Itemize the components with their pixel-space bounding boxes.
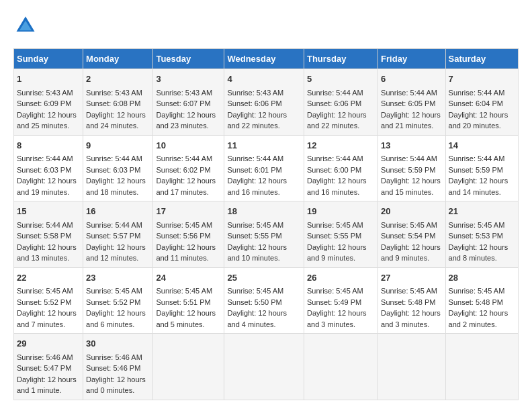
week-row-3: 15Sunrise: 5:44 AMSunset: 5:58 PMDayligh… (14, 201, 519, 268)
day-info: Sunrise: 5:45 AMSunset: 5:55 PMDaylight:… (307, 221, 367, 263)
logo-icon (13, 13, 38, 38)
day-info: Sunrise: 5:43 AMSunset: 6:09 PMDaylight:… (17, 89, 77, 130)
day-cell-15: 15Sunrise: 5:44 AMSunset: 5:58 PMDayligh… (14, 201, 83, 268)
day-cell-26: 26Sunrise: 5:45 AMSunset: 5:49 PMDayligh… (304, 267, 378, 334)
day-info: Sunrise: 5:45 AMSunset: 5:52 PMDaylight:… (86, 287, 146, 328)
day-info: Sunrise: 5:46 AMSunset: 5:47 PMDaylight:… (17, 353, 77, 395)
day-info: Sunrise: 5:44 AMSunset: 6:06 PMDaylight:… (307, 89, 367, 130)
day-info: Sunrise: 5:43 AMSunset: 6:07 PMDaylight:… (156, 89, 216, 130)
day-cell-23: 23Sunrise: 5:45 AMSunset: 5:52 PMDayligh… (83, 267, 153, 334)
day-cell-24: 24Sunrise: 5:45 AMSunset: 5:51 PMDayligh… (153, 267, 224, 334)
day-cell-17: 17Sunrise: 5:45 AMSunset: 5:56 PMDayligh… (153, 201, 224, 268)
day-info: Sunrise: 5:44 AMSunset: 5:57 PMDaylight:… (86, 221, 146, 263)
day-info: Sunrise: 5:45 AMSunset: 5:49 PMDaylight:… (307, 287, 367, 328)
day-info: Sunrise: 5:45 AMSunset: 5:54 PMDaylight:… (381, 221, 441, 263)
day-number: 26 (307, 271, 375, 285)
empty-cell (224, 334, 304, 400)
day-info: Sunrise: 5:44 AMSunset: 6:00 PMDaylight:… (307, 154, 367, 196)
day-number: 6 (381, 73, 442, 86)
header-wednesday: Wednesday (224, 49, 304, 69)
day-cell-7: 7Sunrise: 5:44 AMSunset: 6:04 PMDaylight… (445, 69, 518, 136)
header-monday: Monday (83, 49, 153, 69)
day-cell-29: 29Sunrise: 5:46 AMSunset: 5:47 PMDayligh… (14, 334, 83, 400)
day-info: Sunrise: 5:44 AMSunset: 6:01 PMDaylight:… (227, 154, 287, 196)
day-number: 4 (227, 73, 301, 86)
day-number: 22 (17, 271, 80, 285)
day-cell-6: 6Sunrise: 5:44 AMSunset: 6:05 PMDaylight… (378, 69, 445, 136)
empty-cell (153, 334, 224, 400)
day-info: Sunrise: 5:45 AMSunset: 5:48 PMDaylight:… (449, 287, 508, 328)
day-info: Sunrise: 5:44 AMSunset: 6:04 PMDaylight:… (449, 89, 508, 130)
day-cell-12: 12Sunrise: 5:44 AMSunset: 6:00 PMDayligh… (304, 135, 378, 201)
day-info: Sunrise: 5:45 AMSunset: 5:55 PMDaylight:… (227, 221, 287, 263)
calendar-table: SundayMondayTuesdayWednesdayThursdayFrid… (13, 48, 519, 400)
day-cell-28: 28Sunrise: 5:45 AMSunset: 5:48 PMDayligh… (445, 267, 518, 334)
week-row-4: 22Sunrise: 5:45 AMSunset: 5:52 PMDayligh… (14, 267, 519, 334)
day-number: 12 (307, 139, 375, 152)
day-info: Sunrise: 5:43 AMSunset: 6:06 PMDaylight:… (227, 89, 287, 130)
day-info: Sunrise: 5:44 AMSunset: 5:59 PMDaylight:… (381, 154, 441, 196)
page-header (13, 13, 519, 38)
day-number: 14 (449, 139, 515, 152)
day-number: 15 (17, 205, 80, 218)
day-number: 24 (156, 271, 221, 285)
day-number: 17 (156, 205, 221, 218)
day-cell-1: 1Sunrise: 5:43 AMSunset: 6:09 PMDaylight… (14, 69, 83, 136)
day-number: 3 (156, 73, 221, 86)
day-cell-25: 25Sunrise: 5:45 AMSunset: 5:50 PMDayligh… (224, 267, 304, 334)
day-number: 25 (227, 271, 301, 285)
day-number: 7 (449, 73, 515, 86)
day-cell-11: 11Sunrise: 5:44 AMSunset: 6:01 PMDayligh… (224, 135, 304, 201)
day-cell-5: 5Sunrise: 5:44 AMSunset: 6:06 PMDaylight… (304, 69, 378, 136)
day-info: Sunrise: 5:44 AMSunset: 6:03 PMDaylight:… (17, 154, 77, 196)
day-cell-20: 20Sunrise: 5:45 AMSunset: 5:54 PMDayligh… (378, 201, 445, 268)
day-info: Sunrise: 5:44 AMSunset: 6:02 PMDaylight:… (156, 154, 216, 196)
week-row-2: 8Sunrise: 5:44 AMSunset: 6:03 PMDaylight… (14, 135, 519, 201)
day-number: 5 (307, 73, 375, 86)
day-number: 19 (307, 205, 375, 218)
header-tuesday: Tuesday (153, 49, 224, 69)
day-cell-10: 10Sunrise: 5:44 AMSunset: 6:02 PMDayligh… (153, 135, 224, 201)
day-cell-3: 3Sunrise: 5:43 AMSunset: 6:07 PMDaylight… (153, 69, 224, 136)
day-cell-30: 30Sunrise: 5:46 AMSunset: 5:46 PMDayligh… (83, 334, 153, 400)
logo (13, 13, 42, 38)
day-number: 2 (86, 73, 150, 86)
day-number: 13 (381, 139, 442, 152)
day-info: Sunrise: 5:45 AMSunset: 5:53 PMDaylight:… (449, 221, 508, 263)
day-info: Sunrise: 5:44 AMSunset: 5:59 PMDaylight:… (449, 154, 508, 196)
empty-cell (378, 334, 445, 400)
day-info: Sunrise: 5:45 AMSunset: 5:50 PMDaylight:… (227, 287, 287, 328)
day-number: 28 (449, 271, 515, 285)
day-number: 11 (227, 139, 301, 152)
day-number: 21 (449, 205, 515, 218)
day-cell-22: 22Sunrise: 5:45 AMSunset: 5:52 PMDayligh… (14, 267, 83, 334)
day-info: Sunrise: 5:44 AMSunset: 5:58 PMDaylight:… (17, 221, 77, 263)
day-cell-18: 18Sunrise: 5:45 AMSunset: 5:55 PMDayligh… (224, 201, 304, 268)
day-cell-21: 21Sunrise: 5:45 AMSunset: 5:53 PMDayligh… (445, 201, 518, 268)
week-row-1: 1Sunrise: 5:43 AMSunset: 6:09 PMDaylight… (14, 69, 519, 136)
day-number: 27 (381, 271, 442, 285)
day-number: 23 (86, 271, 150, 285)
day-number: 20 (381, 205, 442, 218)
day-cell-27: 27Sunrise: 5:45 AMSunset: 5:48 PMDayligh… (378, 267, 445, 334)
empty-cell (445, 334, 518, 400)
week-row-5: 29Sunrise: 5:46 AMSunset: 5:47 PMDayligh… (14, 334, 519, 400)
empty-cell (304, 334, 378, 400)
day-number: 16 (86, 205, 150, 218)
header-saturday: Saturday (445, 49, 518, 69)
day-info: Sunrise: 5:46 AMSunset: 5:46 PMDaylight:… (86, 353, 146, 395)
day-info: Sunrise: 5:45 AMSunset: 5:48 PMDaylight:… (381, 287, 441, 328)
day-number: 10 (156, 139, 221, 152)
day-cell-13: 13Sunrise: 5:44 AMSunset: 5:59 PMDayligh… (378, 135, 445, 201)
day-number: 8 (17, 139, 80, 152)
day-cell-19: 19Sunrise: 5:45 AMSunset: 5:55 PMDayligh… (304, 201, 378, 268)
day-info: Sunrise: 5:44 AMSunset: 6:03 PMDaylight:… (86, 154, 146, 196)
day-info: Sunrise: 5:45 AMSunset: 5:52 PMDaylight:… (17, 287, 77, 328)
day-number: 1 (17, 73, 80, 86)
day-cell-8: 8Sunrise: 5:44 AMSunset: 6:03 PMDaylight… (14, 135, 83, 201)
day-info: Sunrise: 5:45 AMSunset: 5:56 PMDaylight:… (156, 221, 216, 263)
day-number: 18 (227, 205, 301, 218)
day-cell-14: 14Sunrise: 5:44 AMSunset: 5:59 PMDayligh… (445, 135, 518, 201)
header-row: SundayMondayTuesdayWednesdayThursdayFrid… (14, 49, 519, 69)
day-cell-9: 9Sunrise: 5:44 AMSunset: 6:03 PMDaylight… (83, 135, 153, 201)
